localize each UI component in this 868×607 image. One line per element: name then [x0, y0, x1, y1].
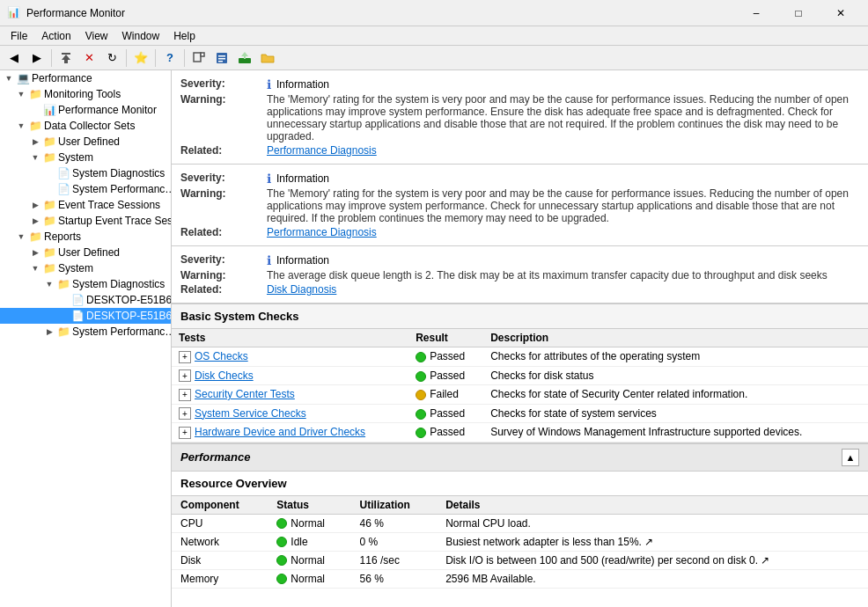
expand-check-button[interactable]: + [179, 407, 191, 420]
check-name-link[interactable]: Disk Checks [195, 369, 254, 382]
resource-row: DiskNormal116 /secDisk I/O is between 10… [172, 551, 868, 569]
sidebar-item-desktop1[interactable]: ▶ 📄 DESKTOP-E51B6… [0, 292, 171, 308]
sidebar-item-reports-user[interactable]: ▶ 📁 User Defined [0, 245, 171, 260]
refresh-button[interactable]: ↻ [101, 48, 122, 68]
favorites-button[interactable]: ⭐ [130, 48, 151, 68]
svg-marker-10 [241, 52, 248, 59]
sidebar-label-data-collector: Data Collector Sets [42, 120, 135, 132]
warning-block-3: Severity: ℹ Information Warning: The ave… [172, 246, 868, 304]
warning-text-3: The average disk queue length is 2. The … [267, 269, 859, 282]
collapse-performance-button[interactable]: ▲ [842, 449, 859, 466]
status-dot [416, 371, 426, 382]
export-button[interactable] [234, 48, 255, 68]
check-name[interactable]: +System Service Checks [172, 404, 408, 423]
main-container: ▼ 💻 Performance ▼ 📁 Monitoring Tools ▶ 📊… [0, 70, 868, 607]
check-result: Passed [408, 347, 483, 367]
expand-data-collector[interactable]: ▼ [14, 121, 28, 130]
back-button[interactable]: ◀ [4, 48, 25, 68]
sidebar-item-perf-monitor[interactable]: ▶ 📊 Performance Monitor [0, 102, 171, 118]
related-link-2[interactable]: Performance Diagnosis [267, 226, 859, 238]
expand-performance[interactable]: ▼ [2, 74, 16, 83]
sidebar-item-sys-perf2[interactable]: ▶ 📁 System Performanc… [0, 324, 171, 340]
severity-value-1: ℹ Information [267, 77, 859, 91]
close-button[interactable]: ✕ [820, 0, 861, 26]
expand-system[interactable]: ▼ [28, 153, 42, 162]
sidebar-item-reports-sys-diag[interactable]: ▼ 📁 System Diagnostics [0, 276, 171, 292]
sidebar-item-desktop2[interactable]: ▶ 📄 DESKTOP-E51B6… [0, 308, 171, 324]
expand-event-trace[interactable]: ▶ [28, 201, 42, 209]
severity-label-2: Severity: [180, 172, 260, 186]
status-dot [416, 390, 426, 400]
folder-button[interactable] [257, 48, 278, 68]
window-controls: – □ ✕ [736, 0, 861, 26]
user-defined-icon: 📁 [42, 135, 56, 148]
related-link-1[interactable]: Performance Diagnosis [267, 144, 859, 157]
col-tests: Tests [172, 329, 408, 347]
check-name[interactable]: +Disk Checks [172, 366, 408, 385]
sidebar-label-performance: Performance [30, 72, 92, 84]
expand-check-button[interactable]: + [179, 351, 191, 363]
sidebar-item-reports[interactable]: ▼ 📁 Reports [0, 229, 171, 245]
menu-action[interactable]: Action [34, 28, 77, 44]
sidebar-item-sys-diag[interactable]: ▶ 📄 System Diagnostics [0, 165, 171, 181]
sidebar-item-user-defined[interactable]: ▶ 📁 User Defined [0, 134, 171, 150]
reports-user-icon: 📁 [42, 246, 56, 259]
expand-reports[interactable]: ▼ [14, 232, 28, 241]
maximize-button[interactable]: □ [778, 0, 819, 26]
check-name-link[interactable]: OS Checks [195, 350, 248, 362]
reports-icon: 📁 [28, 230, 42, 243]
check-name[interactable]: +Hardware Device and Driver Checks [172, 423, 408, 442]
check-name-link[interactable]: System Service Checks [195, 407, 306, 420]
sidebar-label-reports-sys-diag: System Diagnostics [70, 278, 165, 290]
properties-button[interactable] [211, 48, 232, 68]
toolbar: ◀ ▶ ✕ ↻ ⭐ ? [0, 46, 868, 70]
sidebar-item-data-collector[interactable]: ▼ 📁 Data Collector Sets [0, 118, 171, 134]
toolbar-separator-3 [155, 49, 156, 67]
help-button[interactable]: ? [159, 48, 180, 68]
severity-value-3: ℹ Information [267, 253, 859, 267]
forward-button[interactable]: ▶ [26, 48, 48, 68]
expand-startup-event[interactable]: ▶ [28, 216, 42, 225]
checks-table: Tests Result Description +OS ChecksPasse… [172, 329, 868, 442]
sidebar-item-system[interactable]: ▼ 📁 System [0, 150, 171, 165]
check-name[interactable]: +Security Center Tests [172, 385, 408, 405]
check-name-link[interactable]: Security Center Tests [195, 388, 295, 400]
warning-label-3: Warning: [180, 269, 260, 282]
expand-reports-sys-diag[interactable]: ▼ [42, 280, 56, 289]
delete-button[interactable]: ✕ [78, 48, 99, 68]
col-details: Details [437, 496, 868, 515]
menu-window[interactable]: Window [115, 28, 167, 44]
sidebar-item-startup-event[interactable]: ▶ 📁 Startup Event Trace Ses… [0, 213, 171, 229]
expand-check-button[interactable]: + [179, 389, 191, 401]
menu-help[interactable]: Help [166, 28, 202, 44]
related-link-3[interactable]: Disk Diagnosis [267, 283, 859, 296]
up-button[interactable] [55, 48, 77, 68]
sidebar-item-event-trace[interactable]: ▶ 📁 Event Trace Sessions [0, 197, 171, 213]
severity-label-3: Severity: [180, 253, 260, 267]
new-button[interactable] [188, 48, 210, 68]
expand-reports-system[interactable]: ▼ [28, 264, 42, 273]
warning-label-1: Warning: [180, 93, 260, 143]
sidebar-item-performance[interactable]: ▼ 💻 Performance [0, 70, 171, 86]
desktop1-icon: 📄 [70, 294, 85, 306]
check-name-link[interactable]: Hardware Device and Driver Checks [195, 426, 365, 438]
expand-reports-user[interactable]: ▶ [28, 248, 42, 257]
expand-user-defined[interactable]: ▶ [28, 137, 42, 146]
sidebar-label-event-trace: Event Trace Sessions [56, 199, 160, 211]
svg-marker-1 [62, 55, 70, 63]
related-label-3: Related: [180, 283, 260, 296]
expand-check-button[interactable]: + [179, 427, 191, 439]
sidebar-label-monitoring: Monitoring Tools [42, 88, 121, 100]
sidebar-item-monitoring-tools[interactable]: ▼ 📁 Monitoring Tools [0, 86, 171, 102]
menu-view[interactable]: View [78, 28, 115, 44]
info-icon-3: ℹ [267, 253, 271, 267]
table-row: +OS ChecksPassedChecks for attributes of… [172, 347, 868, 367]
menu-file[interactable]: File [4, 28, 34, 44]
expand-sys-perf2[interactable]: ▶ [42, 327, 56, 336]
expand-check-button[interactable]: + [179, 369, 191, 382]
minimize-button[interactable]: – [736, 0, 776, 26]
sidebar-item-sys-perf[interactable]: ▶ 📄 System Performanc… [0, 181, 171, 197]
check-name[interactable]: +OS Checks [172, 347, 408, 367]
expand-monitoring[interactable]: ▼ [14, 90, 28, 99]
sidebar-item-reports-system[interactable]: ▼ 📁 System [0, 260, 171, 276]
